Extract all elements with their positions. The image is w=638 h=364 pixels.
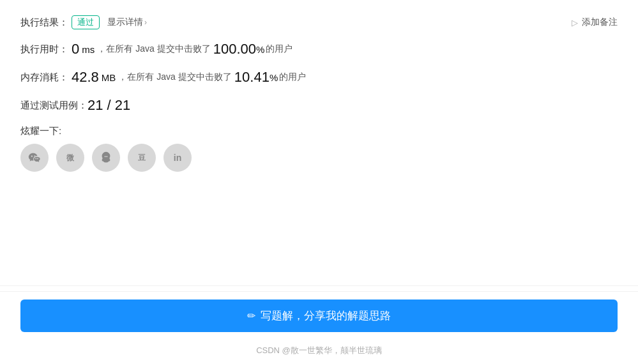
wechat-icon [27,151,42,165]
memory-label: 内存消耗： [20,72,72,84]
linkedin-icon: in [174,153,181,163]
testcase-value: 21 / 21 [87,97,130,114]
time-desc-prefix: ，在所有 Java 提交中击败了 [97,43,210,55]
weibo-icon: 微 [66,153,74,163]
memory-row: 内存消耗： 42.8 MB ，在所有 Java 提交中击败了 10.41% 的用… [20,69,618,86]
show-detail-label: 显示详情 [107,17,143,28]
time-row: 执行用时： 0 ms ，在所有 Java 提交中击败了 100.00% 的用户 [20,41,618,57]
time-percent: 100.00 [213,41,256,57]
time-label: 执行用时： [20,43,72,56]
pass-badge: 通过 [72,15,100,29]
douban-icon: 豆 [138,153,146,163]
memory-desc-prefix: ，在所有 Java 提交中击败了 [118,72,231,83]
time-value: 0 [72,41,79,57]
add-note-icon: ▷ [572,18,578,27]
pencil-icon: ✏ [247,310,255,322]
add-note-label: 添加备注 [582,17,618,28]
show-detail-button[interactable]: 显示详情 › [107,17,147,28]
time-desc-suffix: 的用户 [266,43,292,55]
testcase-row: 通过测试用例： 21 / 21 [20,97,618,114]
write-btn-section: ✏ 写题解，分享我的解题思路 [0,291,638,340]
memory-percent-unit: % [270,72,278,83]
share-weibo-button[interactable]: 微 [56,144,84,172]
qq-icon [99,151,113,165]
write-solution-button[interactable]: ✏ 写题解，分享我的解题思路 [20,300,618,332]
memory-desc-suffix: 的用户 [279,72,306,83]
share-wechat-button[interactable] [20,144,49,172]
result-label: 执行结果： [20,17,72,29]
main-container: 执行结果： 通过 显示详情 › ▷ 添加备注 执行用时： 0 ms ，在所有 J… [0,0,638,280]
share-linkedin-button[interactable]: in [163,144,192,172]
add-note-button[interactable]: ▷ 添加备注 [572,17,618,28]
testcase-label: 通过测试用例： [20,100,87,112]
section-divider [0,285,638,286]
result-row: 执行结果： 通过 显示详情 › ▷ 添加备注 [20,15,618,29]
memory-unit: MB [102,72,116,83]
time-percent-unit: % [256,44,264,55]
footer: CSDN @散一世繁华，颠半世琉璃 [0,340,638,364]
memory-percent: 10.41 [234,69,270,86]
share-qq-button[interactable] [92,144,120,172]
write-btn-label: 写题解，分享我的解题思路 [261,308,391,323]
share-label: 炫耀一下: [20,125,618,137]
time-unit: ms [82,44,95,55]
share-icons: 微 豆 in [20,144,618,172]
share-section: 炫耀一下: 微 豆 in [20,125,618,172]
footer-text: CSDN @散一世繁华，颠半世琉璃 [256,345,382,355]
chevron-right-icon: › [144,18,147,27]
memory-value: 42.8 [72,69,99,86]
share-douban-button[interactable]: 豆 [128,144,156,172]
